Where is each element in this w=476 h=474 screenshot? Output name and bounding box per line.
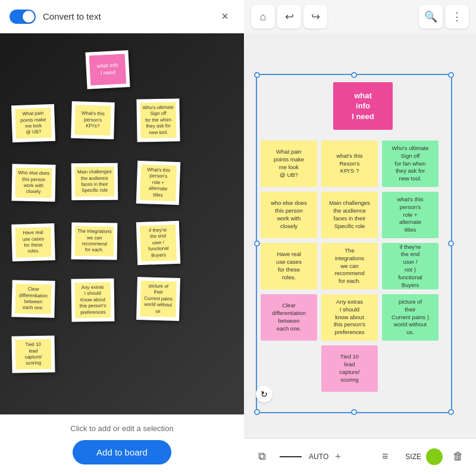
photo-sticky-9: if they'rethe enduser /functionalBuyers <box>136 221 180 265</box>
photo-sticky-6: What's thisperson'srole +alternatetitles <box>136 161 180 205</box>
canvas-sticky-4[interactable]: who else doesthis personwork withclosely <box>261 192 317 238</box>
photo-sticky-3: Who's ultimateSign offfor the whenthey a… <box>136 98 180 142</box>
top-bar-title: Convert to text <box>43 11 215 21</box>
canvas-sticky-main[interactable]: whatinfoI need <box>333 82 393 130</box>
handle-bm[interactable] <box>351 409 357 415</box>
photo-area: what infoI need What painpoints makeme l… <box>0 33 244 414</box>
undo-icon: ↩ <box>285 10 294 23</box>
undo-button[interactable]: ↩ <box>277 5 301 29</box>
home-icon: ⌂ <box>260 11 267 23</box>
rotate-handle[interactable]: ↻ <box>256 386 273 403</box>
handle-tm[interactable] <box>351 72 357 78</box>
align-icon[interactable]: ≡ <box>374 446 396 467</box>
right-panel: ⌂ ↩ ↪ 🔍 ⋮ whatinfoI need <box>244 0 476 474</box>
copy-icon[interactable]: ⧉ <box>251 446 273 467</box>
photo-sticky-2: What's thisperson'sKPI's? <box>71 101 115 139</box>
photo-sticky-pink: what infoI need <box>85 50 130 89</box>
bottom-toolbar: ⧉ AUTO ＋ ≡ SIZE 🗑 <box>244 438 476 474</box>
handle-bl[interactable] <box>254 409 260 415</box>
canvas-sticky-9[interactable]: if they'rethe enduser /not )functionalBu… <box>382 243 439 289</box>
photo-sticky-8: The integrationswe canrecommendfor each. <box>71 222 118 260</box>
handle-br[interactable] <box>448 409 454 415</box>
auto-label: AUTO <box>309 453 328 461</box>
canvas-sticky-1[interactable]: What painpoints makeme look@ UB? <box>261 141 317 187</box>
handle-mr[interactable] <box>448 241 454 247</box>
size-label: SIZE <box>405 453 421 461</box>
bottom-area: Click to add or edit a selection Add to … <box>0 414 244 474</box>
add-to-board-button[interactable]: Add to board <box>73 440 171 464</box>
convert-toggle[interactable] <box>10 10 36 24</box>
delete-button[interactable]: 🗑 <box>447 446 469 467</box>
more-options-button[interactable]: ⋮ <box>445 5 469 29</box>
photo-sticky-1: What painpoints makeme look@ UB? <box>11 104 55 142</box>
click-hint: Click to add or edit a selection <box>10 424 234 433</box>
canvas-area[interactable]: whatinfoI need What painpoints makeme lo… <box>244 33 476 438</box>
canvas-sticky-8[interactable]: Theintegrationswe canrecommendfor each. <box>321 243 378 289</box>
search-icon: 🔍 <box>424 10 437 23</box>
top-bar: Convert to text × <box>0 0 244 33</box>
photo-sticky-5: Main challengesthe audiencefaces in thei… <box>71 163 118 201</box>
photo-background: what infoI need What painpoints makeme l… <box>0 33 244 414</box>
photo-sticky-10: Cleardifferentiationbetweeneach one. <box>11 280 55 317</box>
canvas-sticky-2[interactable]: what's thisReson'sKPI'S ? <box>321 141 378 187</box>
photo-sticky-13: Tied 10leadcapture/scoring <box>11 335 55 373</box>
handle-tl[interactable] <box>254 72 260 78</box>
canvas-sticky-5[interactable]: Main challengesthe audiencefaces in thei… <box>321 192 378 238</box>
handle-ml[interactable] <box>254 241 260 247</box>
redo-button[interactable]: ↪ <box>303 5 327 29</box>
canvas-sticky-6[interactable]: what's thisperson'srole +alternatetitles <box>382 192 439 238</box>
photo-sticky-4: Who else doesthis personwork withclosely <box>11 164 55 201</box>
line-separator <box>280 456 302 457</box>
canvas-sticky-7[interactable]: Have realuse casesfor theseroles. <box>261 243 317 289</box>
search-button[interactable]: 🔍 <box>419 5 443 29</box>
photo-sticky-11: Any extrasI shouldKnow aboutthis person'… <box>71 279 115 322</box>
close-button[interactable]: × <box>215 7 234 26</box>
color-picker[interactable] <box>426 448 443 465</box>
handle-tr[interactable] <box>448 72 454 78</box>
canvas-sticky-13[interactable]: Tied 10leadcapture/scoring <box>321 345 378 392</box>
home-button[interactable]: ⌂ <box>251 5 275 29</box>
left-panel: Convert to text × what infoI need What p… <box>0 0 244 474</box>
right-toolbar: ⌂ ↩ ↪ 🔍 ⋮ <box>244 0 476 33</box>
canvas-sticky-10[interactable]: Cleardifferentiationbetweeneach one. <box>261 294 317 341</box>
canvas-sticky-11[interactable]: Any extrasI shouldknow aboutthis person'… <box>321 294 378 341</box>
redo-icon: ↪ <box>311 10 320 23</box>
photo-sticky-12: picture oftheirCurrent painsworld withou… <box>136 277 180 321</box>
more-icon: ⋮ <box>452 10 462 23</box>
canvas-sticky-12[interactable]: picture oftheirCurrent pains )world with… <box>382 294 439 341</box>
canvas-sticky-3[interactable]: Who's ultimateSign offfor fan whenthey a… <box>382 141 439 187</box>
plus-button[interactable]: ＋ <box>333 450 343 463</box>
photo-sticky-7: Have realuse casesfor theseroles. <box>11 223 55 261</box>
